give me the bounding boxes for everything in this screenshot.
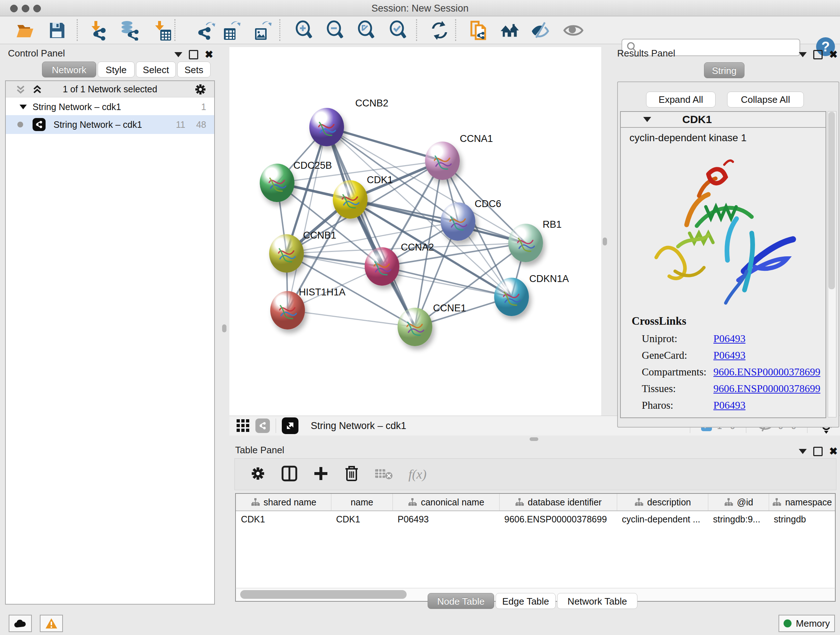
birds-eye-view-icon[interactable] <box>282 417 298 434</box>
tab-style[interactable]: Style <box>98 62 134 78</box>
memory-button[interactable]: Memory <box>778 615 835 632</box>
table-cell[interactable]: cyclin-dependent ... <box>617 511 708 527</box>
protein-thumbnail-icon <box>500 286 523 309</box>
network-row-selected[interactable]: String Network – cdk1 11 48 <box>6 115 214 134</box>
grid-view-icon[interactable] <box>236 418 250 433</box>
crosslink-link[interactable]: 9606.ENSP00000378699 <box>714 366 821 378</box>
column-namespace-icon <box>634 498 644 507</box>
network-node-CDC25B[interactable] <box>260 164 294 202</box>
table-cell[interactable]: stringdb <box>769 511 835 527</box>
tab-edge-table[interactable]: Edge Table <box>496 593 556 609</box>
panel-close-icon[interactable]: ✖ <box>829 448 837 455</box>
table-cell[interactable]: CDK1 <box>331 511 393 527</box>
tab-network[interactable]: Network <box>42 62 96 78</box>
tree-expander-icon[interactable] <box>19 105 27 109</box>
collapse-gene-icon[interactable] <box>643 117 651 122</box>
expand-all-button[interactable]: Expand All <box>646 92 715 108</box>
network-node-CDKN1A[interactable] <box>494 278 529 316</box>
network-style-icon[interactable] <box>256 418 270 433</box>
export-table-icon[interactable] <box>221 20 242 41</box>
window-title: Session: New Session <box>0 3 840 14</box>
import-network-database-icon[interactable] <box>118 20 140 41</box>
column-header-canonical-name[interactable]: canonical name <box>393 494 499 510</box>
network-node-CCNE1[interactable] <box>398 308 432 346</box>
panel-menu-icon[interactable] <box>174 52 182 57</box>
table-cell[interactable]: CDK1 <box>236 511 331 527</box>
column-header-database-identifier[interactable]: database identifier <box>499 494 617 510</box>
node-label-CCNA2: CCNA2 <box>401 242 434 253</box>
panel-float-icon[interactable] <box>813 447 823 456</box>
table-hscroll-thumb[interactable] <box>240 590 407 599</box>
hide-selected-icon[interactable] <box>531 20 551 41</box>
bottom-splitter-handle[interactable] <box>530 437 538 441</box>
delete-column-icon[interactable] <box>344 465 359 483</box>
network-node-CCNB2[interactable] <box>309 108 344 146</box>
export-network-icon[interactable] <box>195 20 216 41</box>
panel-menu-icon[interactable] <box>799 52 807 57</box>
cloud-status-button[interactable] <box>9 615 32 632</box>
left-splitter-handle[interactable] <box>222 325 226 333</box>
crosslink-link[interactable]: 9606.ENSP00000378699 <box>714 383 821 394</box>
tab-string[interactable]: String <box>704 62 745 78</box>
panel-close-icon[interactable]: ✖ <box>829 51 837 58</box>
column-header--id[interactable]: @id <box>708 494 769 510</box>
crosslink-link[interactable]: P06493 <box>714 399 745 411</box>
node-label-HIST1H1A: HIST1H1A <box>299 287 346 298</box>
table-cell[interactable]: 9606.ENSP00000378699 <box>499 511 617 527</box>
zoom-fit-icon[interactable] <box>356 20 377 41</box>
panel-menu-icon[interactable] <box>799 449 807 454</box>
panel-float-icon[interactable] <box>189 50 198 59</box>
network-node-CCNA1[interactable] <box>425 141 460 180</box>
tab-sets[interactable]: Sets <box>177 62 210 78</box>
network-node-CCNB1[interactable] <box>269 234 304 272</box>
table-cell[interactable]: P06493 <box>393 511 499 527</box>
zoom-out-icon[interactable] <box>325 20 346 41</box>
zoom-in-icon[interactable] <box>294 20 315 41</box>
network-canvas[interactable]: CCNB2 CCNA1 CDC25B CDK1 CDC6 RB1 CCNB1 C… <box>229 47 601 416</box>
network-node-CCNA2[interactable] <box>365 247 399 286</box>
table-options-gear-icon[interactable] <box>250 466 266 483</box>
results-scrollbar[interactable] <box>828 111 836 417</box>
crosslink-link[interactable]: P06493 <box>714 333 745 344</box>
column-header-name[interactable]: name <box>331 494 393 510</box>
show-all-icon[interactable] <box>563 20 584 41</box>
column-header-shared-name[interactable]: shared name <box>236 494 331 510</box>
add-column-icon[interactable] <box>313 466 329 483</box>
gene-card: CDK1 cyclin-dependent kinase 1 <box>620 111 826 418</box>
column-header-description[interactable]: description <box>617 494 708 510</box>
panel-close-icon[interactable]: ✖ <box>205 51 213 58</box>
right-splitter-handle[interactable] <box>603 238 607 245</box>
network-node-RB1[interactable] <box>508 224 543 262</box>
copy-network-icon[interactable] <box>468 20 489 41</box>
export-image-icon[interactable] <box>252 20 273 41</box>
protein-thumbnail-icon <box>431 149 454 173</box>
tab-select[interactable]: Select <box>136 62 176 78</box>
open-file-icon[interactable] <box>14 20 35 41</box>
import-table-icon[interactable] <box>151 20 172 41</box>
table-row[interactable]: CDK1CDK1P064939606.ENSP00000378699cyclin… <box>236 511 835 527</box>
import-network-file-icon[interactable] <box>88 20 109 41</box>
table-toolbar: f(x) <box>234 458 836 490</box>
crosslink-link[interactable]: P06493 <box>714 349 745 361</box>
refresh-layout-icon[interactable] <box>429 20 450 41</box>
network-collection-row[interactable]: String Network – cdk1 1 <box>6 98 214 115</box>
first-neighbors-icon[interactable] <box>500 20 521 41</box>
toolbar-separator <box>416 19 417 41</box>
save-session-icon[interactable] <box>46 20 67 41</box>
zoom-selected-icon[interactable] <box>388 20 409 41</box>
network-node-CDC6[interactable] <box>441 203 475 241</box>
tab-node-table[interactable]: Node Table <box>428 593 494 609</box>
panel-float-icon[interactable] <box>813 50 823 59</box>
gene-description: cyclin-dependent kinase 1 <box>630 132 747 144</box>
table-cell[interactable]: stringdb:9... <box>708 511 769 527</box>
warning-status-button[interactable] <box>40 615 63 632</box>
network-options-gear-icon[interactable] <box>194 83 207 96</box>
column-label: name <box>351 497 373 508</box>
column-header-namespace[interactable]: namespace <box>769 494 835 510</box>
network-list-panel: 1 of 1 Network selected String Network –… <box>5 80 215 605</box>
gene-card-header[interactable]: CDK1 <box>621 112 826 128</box>
collapse-all-button[interactable]: Collapse All <box>727 92 804 108</box>
network-node-CDK1[interactable] <box>333 180 368 219</box>
tab-network-table[interactable]: Network Table <box>557 593 638 609</box>
show-columns-icon[interactable] <box>281 465 298 483</box>
